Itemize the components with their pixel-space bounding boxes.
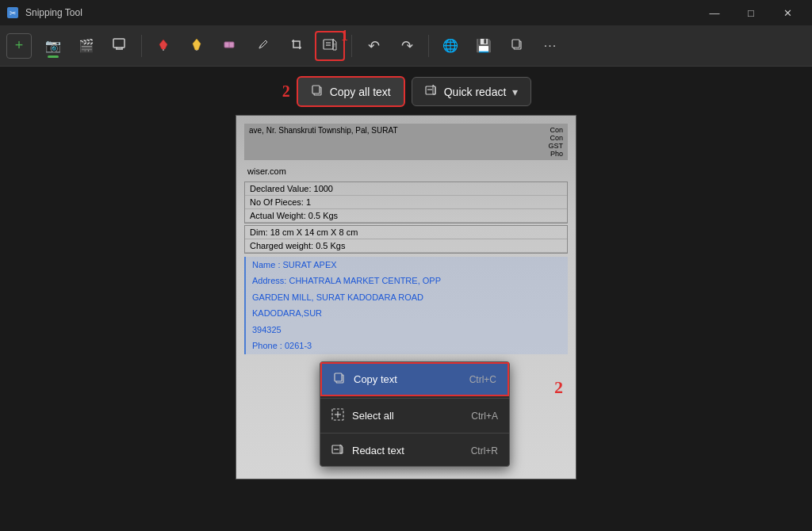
redo-button[interactable]: ↷ [392, 31, 422, 61]
svg-rect-10 [324, 40, 333, 49]
doc-name: Name : SURAT APEX [249, 257, 568, 273]
text-extract-button[interactable]: T 1 [315, 31, 345, 61]
save-icon: 💾 [476, 38, 492, 53]
svg-rect-21 [335, 373, 342, 381]
svg-rect-17 [312, 86, 320, 94]
undo-icon: ↶ [368, 37, 380, 55]
redo-icon: ↷ [401, 37, 413, 55]
doc-weight: Actual Weight: 0.5 Kgs [245, 209, 567, 223]
quick-redact-label: Quick redact [444, 86, 507, 98]
screen-icon [113, 38, 127, 54]
new-snip-button[interactable]: + [6, 33, 32, 59]
maximize-button[interactable]: □ [733, 0, 769, 25]
pen-icon [257, 38, 270, 54]
context-menu: Copy text Ctrl+C Select all Ctrl+A [320, 361, 510, 467]
doc-charged: Charged weight: 0.5 Kgs [245, 239, 567, 253]
copy-text-shortcut: Ctrl+C [469, 374, 496, 385]
doc-address-1: Address: CHHATRALA MARKET CENTRE, OPP [249, 273, 568, 289]
action-bar: 2 Copy all text Quick redact ▾ [281, 76, 532, 107]
content-area: 2 Copy all text Quick redact ▾ ave, Nr. … [0, 67, 812, 531]
text-extract-icon: T [323, 38, 337, 54]
title-bar: ✂ Snipping Tool — □ ✕ [0, 0, 812, 25]
screenshot-container: ave, Nr. Shanskruti Township, Pal, SURAT… [236, 115, 576, 479]
copy-all-text-button[interactable]: Copy all text [297, 76, 405, 107]
doc-address-2: GARDEN MILL, SURAT KADODARA ROAD [249, 289, 568, 306]
camera-icon: 📷 [45, 38, 61, 53]
separator-1 [141, 35, 142, 57]
marker-button[interactable] [182, 31, 212, 61]
select-all-label: Select all [352, 410, 394, 422]
quick-redact-button[interactable]: Quick redact ▾ [412, 77, 532, 106]
copy-all-text-label: Copy all text [330, 86, 391, 98]
copy-text-label: Copy text [354, 373, 397, 385]
screen-button[interactable] [105, 31, 135, 61]
separator-2 [351, 35, 352, 57]
active-indicator [48, 55, 59, 58]
chevron-down-icon: ▾ [512, 86, 518, 98]
annotation-2-copy: 2 [282, 82, 290, 101]
doc-declared-value: Declared Value: 1000 [245, 182, 567, 196]
svg-marker-4 [159, 40, 167, 49]
separator-3 [428, 35, 429, 57]
context-redact-text[interactable]: Redact text Ctrl+R [320, 435, 509, 466]
crop-button[interactable] [282, 31, 312, 61]
copy-text-icon [333, 372, 346, 387]
redact-text-icon [331, 443, 344, 458]
annotation-2-right: 2 [554, 377, 563, 398]
globe-button[interactable]: 🌐 [435, 31, 465, 61]
globe-icon: 🌐 [442, 38, 458, 53]
eraser-button[interactable] [215, 31, 245, 61]
screenshot-button[interactable]: 📷 [38, 31, 68, 61]
redact-text-label: Redact text [352, 445, 404, 457]
doc-address-3: KADODARA,SUR [249, 305, 568, 322]
window-controls: — □ ✕ [696, 0, 806, 25]
eraser-icon [223, 38, 237, 54]
menu-divider-2 [320, 433, 509, 434]
doc-website: wiser.com [244, 163, 568, 180]
pen-button[interactable] [248, 31, 278, 61]
more-icon: ··· [544, 39, 557, 53]
highlighter-button[interactable] [148, 31, 178, 61]
doc-dim: Dim: 18 cm X 14 cm X 8 cm [245, 226, 567, 239]
minimize-button[interactable]: — [696, 0, 733, 25]
more-options-button[interactable]: ··· [535, 31, 565, 61]
svg-text:✂: ✂ [10, 9, 16, 17]
doc-header-right: Con Con GST Pho [548, 126, 563, 158]
svg-text:T: T [334, 43, 336, 48]
svg-rect-2 [113, 39, 124, 48]
doc-phone: Phone : 0261-3 [249, 338, 568, 354]
svg-rect-18 [426, 86, 435, 94]
annotation-1: 1 [341, 28, 348, 44]
video-button[interactable]: 🎬 [71, 31, 102, 61]
copy-all-icon [311, 84, 324, 99]
menu-divider-1 [320, 398, 509, 399]
doc-header-left: ave, Nr. Shanskruti Township, Pal, SURAT [249, 126, 398, 158]
close-button[interactable]: ✕ [769, 0, 806, 25]
context-select-all[interactable]: Select all Ctrl+A [320, 400, 509, 431]
video-icon: 🎬 [79, 38, 94, 53]
app-icon: ✂ [6, 6, 19, 19]
copy-button[interactable] [502, 31, 532, 61]
redact-text-shortcut: Ctrl+R [471, 445, 498, 457]
toolbar: + 📷 🎬 T [0, 25, 812, 67]
save-button[interactable]: 💾 [469, 31, 499, 61]
context-copy-text[interactable]: Copy text Ctrl+C [320, 362, 509, 396]
crop-icon [290, 38, 303, 54]
svg-rect-15 [512, 40, 519, 48]
select-all-shortcut: Ctrl+A [471, 411, 498, 422]
window-title: Snipping Tool [25, 7, 690, 18]
highlighter-icon [157, 38, 170, 54]
select-all-icon [331, 408, 344, 423]
doc-pieces: No Of Pieces: 1 [245, 196, 567, 209]
svg-marker-6 [193, 39, 201, 50]
marker-icon [190, 38, 203, 54]
undo-button[interactable]: ↶ [358, 31, 389, 61]
doc-pin: 394325 [249, 322, 568, 338]
copy-icon [511, 38, 523, 54]
redact-icon [425, 84, 438, 99]
